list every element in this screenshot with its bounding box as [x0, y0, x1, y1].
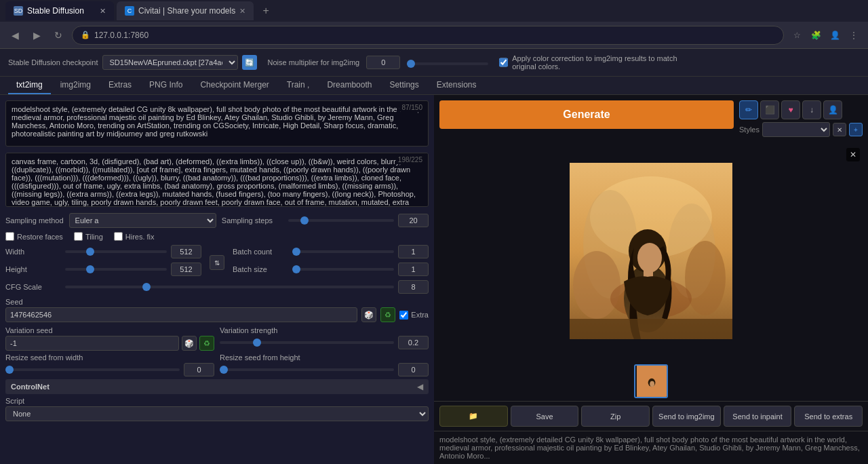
hires-fix-checkbox[interactable] [114, 232, 123, 241]
send-img2img-button[interactable]: Send to img2img [652, 406, 721, 427]
positive-prompt-area: 87/150 [5, 100, 429, 149]
close-image-btn[interactable]: ✕ [846, 148, 860, 161]
tab-close-2[interactable]: ✕ [239, 7, 245, 16]
resize-width-slider[interactable] [5, 368, 180, 371]
checkpoint-select[interactable]: SD15NewVAEpruned.ckpt [27a4ac756c] [102, 55, 238, 70]
height-row: Height 512 [5, 263, 201, 276]
script-select[interactable]: None [5, 406, 429, 421]
checkpoint-refresh-btn[interactable]: 🔄 [242, 55, 257, 70]
controlnet-section[interactable]: ControlNet ◀ [5, 379, 429, 394]
styles-label: Styles [739, 125, 760, 134]
negative-prompt-area: 198/225 [5, 153, 429, 209]
save-button[interactable]: Save [511, 406, 579, 427]
tab-close-1[interactable]: ✕ [100, 7, 106, 16]
bookmark-icon[interactable]: ☆ [789, 28, 804, 43]
sampling-method-select[interactable]: Euler a [69, 213, 216, 228]
style-btn-3[interactable]: ♥ [781, 100, 800, 119]
thumbnail-1[interactable] [634, 364, 668, 398]
tab-train[interactable]: Train , [279, 77, 318, 94]
styles-clear-btn[interactable]: ✕ [833, 123, 846, 136]
generate-button[interactable]: Generate [439, 100, 734, 129]
tab-dreambooth[interactable]: Dreambooth [319, 77, 380, 94]
tab-txt2img[interactable]: txt2img [8, 77, 51, 94]
app-header: Stable Diffusion checkpoint SD15NewVAEpr… [0, 49, 868, 77]
restore-faces-checkbox[interactable] [5, 232, 14, 241]
dimensions-row: Width 512 Height 512 [5, 245, 429, 280]
styles-select[interactable] [762, 122, 830, 137]
resize-width-value: 0 [184, 363, 214, 376]
tab-stable-diffusion[interactable]: SD Stable Diffusion ✕ [5, 1, 114, 20]
batch-size-slider[interactable] [292, 268, 394, 271]
image-caption: modelshoot style, (extremely detailed CG… [434, 431, 868, 464]
profile-icon[interactable]: 👤 [827, 28, 842, 43]
color-correct-checkbox[interactable] [499, 58, 508, 67]
zip-button[interactable]: Zip [581, 406, 650, 427]
resize-width-slider-container: 0 [5, 363, 214, 376]
width-slider[interactable] [65, 250, 167, 253]
batch-count-slider[interactable] [292, 250, 394, 253]
style-btn-1[interactable]: ✏ [739, 100, 758, 119]
extensions-icon[interactable]: 🧩 [808, 28, 823, 43]
folder-button[interactable]: 📁 [439, 406, 508, 427]
styles-save-btn[interactable]: + [849, 123, 863, 136]
width-value: 512 [171, 245, 201, 258]
extra-checkbox[interactable] [399, 311, 408, 320]
sampling-method-label: Sampling method [5, 216, 64, 225]
style-btn-4[interactable]: ↓ [802, 100, 821, 119]
noise-input[interactable] [366, 56, 400, 69]
tab-extensions[interactable]: Extensions [429, 77, 485, 94]
variation-seed-recycle-btn[interactable]: ♻ [199, 336, 214, 351]
variation-strength-slider[interactable] [220, 341, 394, 344]
sd-icon: SD [14, 6, 23, 16]
cfg-slider[interactable] [65, 286, 394, 288]
height-slider[interactable] [65, 268, 167, 271]
refresh-button[interactable]: ↻ [50, 27, 66, 43]
cfg-label: CFG Scale [5, 283, 60, 291]
sampling-steps-slider[interactable] [288, 219, 394, 222]
resize-width-col: Resize seed from width 0 [5, 353, 214, 376]
color-correct-label: Apply color correction to img2img result… [512, 54, 703, 71]
positive-prompt-textarea[interactable] [5, 100, 429, 147]
thumbnail-row [434, 362, 868, 401]
variation-seed-random-btn[interactable]: 🎲 [182, 336, 197, 351]
svg-point-4 [573, 251, 620, 319]
new-tab-button[interactable]: + [256, 1, 275, 20]
variation-seed-input[interactable] [5, 336, 179, 351]
style-buttons-row: ✏ ⬛ ♥ ↓ 👤 [739, 100, 863, 119]
tab-settings[interactable]: Settings [381, 77, 427, 94]
restore-faces-label: Restore faces [17, 233, 63, 241]
tab-png-info[interactable]: PNG Info [141, 77, 191, 94]
noise-slider[interactable] [407, 62, 488, 65]
noise-label: Noise multiplier for img2img [268, 58, 360, 66]
noise-slider-container [407, 58, 488, 67]
style-btn-5[interactable]: 👤 [823, 100, 842, 119]
tab-img2img[interactable]: img2img [52, 77, 99, 94]
swap-dimensions-btn[interactable]: ⇅ [210, 255, 224, 270]
sampling-steps-value: 20 [398, 214, 429, 227]
back-button[interactable]: ◀ [7, 27, 23, 43]
forward-button[interactable]: ▶ [28, 27, 45, 43]
checkpoint-label: Stable Diffusion checkpoint [8, 58, 98, 66]
menu-icon[interactable]: ⋮ [846, 28, 861, 43]
styles-row-container: Styles ✕ + [739, 122, 863, 137]
variation-strength-label: Variation strength [220, 326, 429, 334]
main-content: 87/150 198/225 Sampling method Euler a S… [0, 95, 868, 464]
browser-chrome: SD Stable Diffusion ✕ C Civitai | Share … [0, 0, 868, 49]
batch-count-value: 1 [398, 245, 429, 258]
lock-icon: 🔒 [81, 31, 90, 39]
tab-checkpoint-merger[interactable]: Checkpoint Merger [192, 77, 277, 94]
tab-civitai[interactable]: C Civitai | Share your models ✕ [117, 1, 254, 20]
seed-input[interactable] [5, 307, 357, 322]
seed-recycle-btn[interactable]: ♻ [380, 307, 395, 322]
resize-height-slider[interactable] [220, 368, 394, 371]
negative-prompt-textarea[interactable] [5, 153, 429, 207]
address-bar[interactable]: 🔒 127.0.0.1:7860 [72, 26, 784, 45]
tiling-checkbox[interactable] [74, 232, 83, 241]
tab-extras[interactable]: Extras [100, 77, 140, 94]
width-col: Width 512 Height 512 [5, 245, 201, 280]
seed-random-btn[interactable]: 🎲 [361, 307, 376, 322]
send-inpaint-button[interactable]: Send to inpaint [724, 406, 792, 427]
left-panel: 87/150 198/225 Sampling method Euler a S… [0, 95, 434, 464]
send-extras-button[interactable]: Send to extras [794, 406, 863, 427]
style-btn-2[interactable]: ⬛ [760, 100, 779, 119]
